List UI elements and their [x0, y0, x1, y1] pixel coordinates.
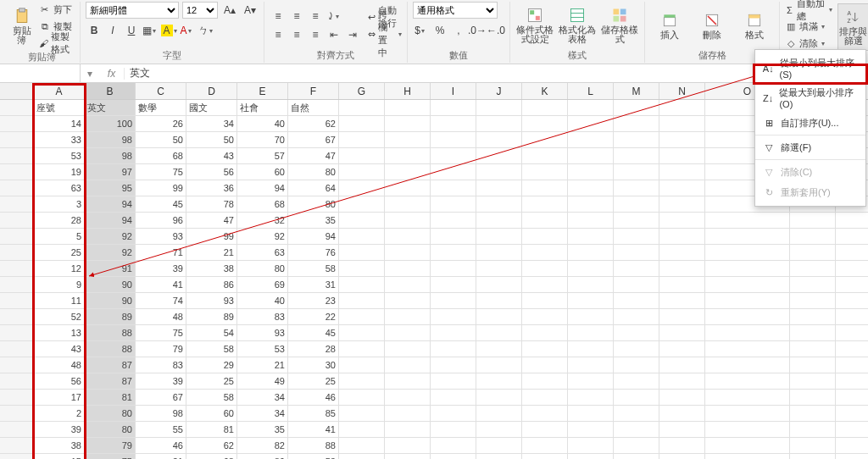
cell[interactable] [614, 390, 659, 405]
cell[interactable]: 92 [237, 229, 288, 244]
cell[interactable] [522, 341, 568, 357]
fill-color-button[interactable]: A▾ [160, 22, 177, 39]
cell[interactable]: 50 [136, 132, 186, 147]
cell[interactable] [385, 406, 431, 421]
cell[interactable]: 2 [34, 406, 85, 421]
cell[interactable] [476, 341, 522, 357]
cell[interactable] [790, 422, 836, 437]
cell[interactable] [659, 293, 705, 308]
percent-button[interactable]: % [431, 22, 448, 39]
cell[interactable]: 53 [288, 454, 339, 459]
cell[interactable]: 68 [136, 148, 186, 163]
cell[interactable] [614, 100, 659, 115]
cell[interactable]: 13 [34, 325, 85, 340]
cell[interactable]: 80 [237, 261, 288, 276]
cell[interactable]: 94 [237, 180, 288, 196]
cell[interactable] [790, 309, 836, 324]
cell[interactable] [614, 261, 659, 276]
cell[interactable] [476, 213, 522, 228]
cell[interactable]: 50 [186, 132, 237, 147]
cell[interactable]: 5 [34, 229, 85, 244]
cell[interactable]: 94 [85, 196, 136, 212]
cell[interactable] [568, 148, 614, 163]
cell[interactable]: 25 [186, 373, 237, 389]
cell[interactable] [705, 213, 790, 228]
cell[interactable] [614, 438, 659, 453]
cell[interactable] [431, 422, 476, 437]
cell[interactable]: 69 [237, 277, 288, 292]
cell[interactable] [568, 325, 614, 340]
cell[interactable]: 52 [34, 309, 85, 324]
select-all-corner[interactable] [0, 83, 34, 99]
cell[interactable] [339, 132, 385, 147]
cell[interactable]: 62 [186, 438, 237, 453]
cell[interactable]: 62 [288, 116, 339, 131]
cell[interactable]: 92 [85, 245, 136, 260]
cell[interactable] [614, 293, 659, 308]
cell[interactable] [790, 357, 836, 373]
cell[interactable] [568, 373, 614, 389]
cell[interactable]: 25 [288, 373, 339, 389]
cell[interactable] [476, 390, 522, 405]
cell[interactable]: 98 [85, 148, 136, 163]
cell[interactable] [476, 373, 522, 389]
cell[interactable] [790, 277, 836, 292]
cell[interactable]: 56 [34, 373, 85, 389]
cell[interactable] [705, 373, 790, 389]
cell[interactable] [339, 261, 385, 276]
cell[interactable]: 83 [136, 357, 186, 373]
cell[interactable] [705, 422, 790, 437]
cell[interactable] [568, 116, 614, 131]
cell[interactable]: 55 [136, 422, 186, 437]
cell[interactable] [431, 261, 476, 276]
sort-desc-item[interactable]: Z↓從最大到最小排序(O) [755, 83, 865, 113]
delete-button[interactable]: 刪除 [693, 2, 732, 49]
row-header[interactable] [0, 325, 34, 340]
cell[interactable] [705, 454, 790, 459]
cell[interactable]: 22 [288, 309, 339, 324]
cell[interactable] [614, 245, 659, 260]
cell[interactable]: 48 [34, 357, 85, 373]
comma-button[interactable]: , [450, 22, 467, 39]
orientation-button[interactable]: ⤸▾ [326, 8, 342, 25]
row-header[interactable] [0, 261, 34, 276]
cell[interactable]: 46 [136, 438, 186, 453]
cell[interactable] [790, 438, 836, 453]
cell[interactable]: 67 [288, 132, 339, 147]
column-header-J[interactable]: J [476, 83, 522, 99]
row-header[interactable] [0, 454, 34, 459]
cell[interactable] [385, 100, 431, 115]
cell[interactable] [385, 309, 431, 324]
cell[interactable]: 9 [34, 277, 85, 292]
cell[interactable] [385, 341, 431, 357]
cell[interactable]: 39 [34, 422, 85, 437]
cell[interactable]: 34 [237, 390, 288, 405]
cell[interactable] [614, 406, 659, 421]
cell[interactable]: 12 [34, 261, 85, 276]
cell[interactable]: 21 [136, 454, 186, 459]
cell[interactable] [568, 277, 614, 292]
cell[interactable]: 3 [34, 196, 85, 212]
cell[interactable] [431, 100, 476, 115]
cell[interactable] [522, 277, 568, 292]
cell[interactable]: 87 [85, 357, 136, 373]
row-header[interactable] [0, 357, 34, 373]
cell[interactable] [568, 261, 614, 276]
cell[interactable] [659, 261, 705, 276]
border-button[interactable]: ▦▾ [142, 22, 159, 39]
cell[interactable] [705, 277, 790, 292]
cell[interactable]: 58 [186, 341, 237, 357]
align-right-button[interactable]: ≡ [307, 26, 324, 43]
cell[interactable] [568, 390, 614, 405]
cell[interactable] [659, 341, 705, 357]
cell[interactable]: 68 [186, 454, 237, 459]
cell[interactable] [431, 277, 476, 292]
cell[interactable] [790, 229, 836, 244]
cell[interactable]: 100 [85, 116, 136, 131]
cell[interactable] [476, 454, 522, 459]
column-header-F[interactable]: F [288, 83, 339, 99]
cell[interactable] [431, 132, 476, 147]
cell[interactable]: 67 [136, 390, 186, 405]
align-left-button[interactable]: ≡ [270, 26, 287, 43]
cell[interactable] [705, 293, 790, 308]
